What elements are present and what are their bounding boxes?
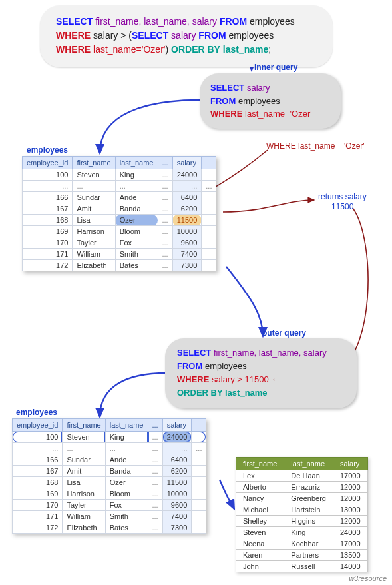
kw-where: WHERE	[177, 374, 209, 384]
employees-table-2: employee_id first_name last_name ... sal…	[12, 418, 206, 534]
col-salary: salary	[333, 458, 367, 470]
col-employee-id: employee_id	[23, 157, 73, 169]
table-row: NeenaKochhar17000	[236, 538, 368, 550]
where-open: salary > (	[93, 30, 132, 41]
table-row: 171WilliamSmith...7400	[13, 511, 206, 522]
orderby-col: last_name	[222, 388, 267, 398]
table-row: 167AmitBanda...6200	[13, 466, 206, 477]
table-row: JohnRussell14000	[236, 561, 368, 572]
sub-cond: last_name='Ozer'	[93, 44, 165, 55]
kw-from: FROM	[177, 361, 202, 371]
table-row: 169HarrisonBloom...10000	[13, 488, 206, 500]
table-row: AlbertoErrazuriz12000	[236, 482, 368, 493]
note-returns-salary: returns salary	[318, 192, 367, 201]
inner-cols: salary	[247, 83, 270, 93]
col-last-name: last_name	[284, 458, 333, 470]
col-employee-id: employee_id	[13, 419, 63, 432]
outer-query-box: SELECT first_name, last_name, salary FRO…	[165, 338, 357, 408]
kw-from: FROM	[210, 96, 236, 106]
table-row: 168LisaOzer...11500	[23, 215, 216, 226]
table-row: 170TaylerFox...9600	[13, 500, 206, 511]
inner-query-box: SELECT salary FROM employees WHERE last_…	[200, 73, 341, 129]
close-paren: )	[165, 44, 168, 55]
col-first-name: first_name	[63, 419, 105, 432]
kw-subselect: SELECT	[132, 30, 168, 41]
kw-subfrom: FROM	[198, 30, 226, 41]
sub-table: employees	[228, 30, 274, 41]
kw-orderby: ORDER BY	[177, 388, 222, 398]
inner-cond: last_name='Ozer'	[245, 109, 312, 119]
footer-credit: w3resource	[349, 574, 387, 582]
outer-tbl: employees	[205, 361, 247, 371]
col-salary: salary	[162, 419, 192, 432]
col-last-name: last_name	[115, 157, 158, 169]
select-columns: first_name, last_name, salary	[95, 16, 217, 27]
table-row: 168LisaOzer...11500	[13, 477, 206, 488]
table-row: 100StevenKing...24000	[13, 432, 206, 443]
table-row: KarenPartners13500	[236, 550, 368, 561]
table-row: 170TaylerFox...9600	[23, 237, 216, 249]
table-row: 169HarrisonBloom...10000	[23, 226, 216, 237]
table-row: ..................	[23, 181, 216, 192]
col-last-name: last_name	[105, 419, 148, 432]
semicolon: ;	[268, 44, 271, 55]
kw-select: SELECT	[56, 16, 93, 27]
note-where-ozer: WHERE last_name = 'Ozer'	[266, 141, 365, 151]
table-row: 171WilliamSmith...7400	[23, 249, 216, 260]
col-salary: salary	[172, 157, 202, 169]
outer-cols: first_name, last_name, salary	[214, 348, 327, 358]
table-row: 166SundarAnde...6400	[13, 454, 206, 466]
result-table: first_name last_name salary LexDe Haan17…	[236, 457, 368, 572]
table-row: MichaelHartstein13000	[236, 504, 368, 516]
from-table: employees	[250, 16, 295, 27]
table-row: StevenKing24000	[236, 527, 368, 538]
kw-from: FROM	[220, 16, 247, 27]
inner-tbl: employees	[238, 96, 280, 106]
employees-table-1: employee_id first_name last_name ... sal…	[22, 156, 216, 271]
kw-subwhere: WHERE	[56, 44, 91, 55]
table-row: NancyGreenberg12000	[236, 493, 368, 504]
kw-where: WHERE	[56, 30, 91, 41]
table-row: 172ElizabethBates...7300	[13, 522, 206, 534]
table-row: 166SundarAnde...6400	[23, 192, 216, 203]
orderby-col: last_name	[223, 44, 268, 55]
note-returns-value: 11500	[331, 202, 353, 211]
table-row: ShelleyHiggins12000	[236, 516, 368, 527]
label-outer-query: outer query	[262, 328, 306, 338]
kw-orderby: ORDER BY	[171, 44, 220, 55]
kw-select: SELECT	[177, 348, 211, 358]
table-row: LexDe Haan17000	[236, 470, 368, 482]
table-row: ..................	[13, 443, 206, 454]
label-inner-query: inner query	[254, 63, 297, 72]
col-first-name: first_name	[73, 157, 115, 169]
sub-cols: salary	[171, 30, 196, 41]
table-row: 167AmitBanda...6200	[23, 203, 216, 215]
table-row: 100StevenKing...24000	[23, 169, 216, 181]
label-employees-1: employees	[27, 145, 68, 155]
full-sql-query: SELECT first_name, last_name, salary FRO…	[40, 5, 333, 67]
label-employees-2: employees	[16, 408, 57, 417]
col-first-name: first_name	[236, 458, 284, 470]
outer-cond: salary > 11500	[212, 374, 269, 384]
kw-select: SELECT	[210, 83, 244, 93]
kw-where: WHERE	[210, 109, 242, 119]
table-row: 172ElizabethBates...7300	[23, 260, 216, 271]
